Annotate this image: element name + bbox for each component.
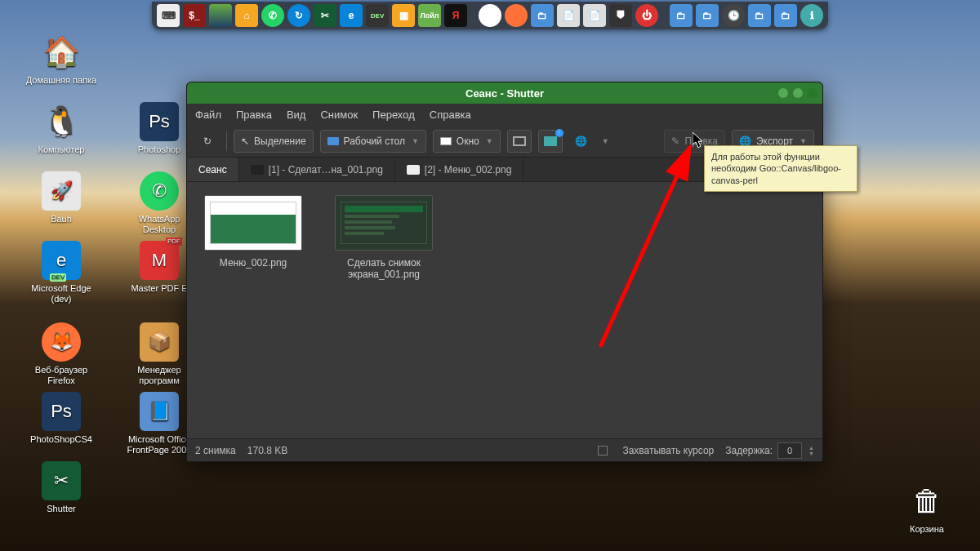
tooltip: Для работы этой функции необходим Goo::C… (704, 145, 858, 192)
window-icon (440, 137, 452, 145)
tab-thumb (251, 165, 264, 175)
desktop-pscs4[interactable]: Ps PhotoShopCS4 (24, 392, 98, 445)
dock-item[interactable]: 🕒 (722, 4, 745, 27)
close-button[interactable] (808, 88, 817, 98)
content-area: Меню_002.png Сделать снимок экрана_001.p… (187, 182, 822, 438)
dock-item[interactable]: DEV (366, 4, 389, 27)
dock-item[interactable]: ✆ (261, 4, 284, 27)
desktop-frontpage[interactable]: 📘 Microsoft Office FrontPage 2003 (122, 392, 196, 455)
minimize-button[interactable] (778, 88, 788, 98)
desktop-computer[interactable]: 🐧 Компьютер (24, 102, 98, 155)
desktop-trash[interactable]: 🗑 Корзина (890, 482, 964, 535)
dock-item[interactable]: ❤ (479, 4, 501, 27)
dock-item[interactable]: 🗀 (531, 4, 554, 27)
dock-item[interactable]: 🗀 (670, 4, 693, 27)
window-title: Сеанс - Shutter (466, 87, 544, 100)
desktop-manager[interactable]: 📦 Менеджер программ (122, 322, 196, 386)
capture-cursor-label: Захватывать курсор (622, 445, 714, 456)
dock-item[interactable]: 🗀 (696, 4, 719, 27)
dock-item[interactable]: 📄 (557, 4, 580, 27)
menu-capture-button[interactable]: ! (538, 130, 563, 153)
status-size: 170.8 KB (247, 445, 287, 456)
edit-icon: ✎ (671, 136, 679, 147)
menu-file[interactable]: Файл (195, 109, 221, 121)
desktop-bauh[interactable]: 🚀 Bauh (24, 171, 98, 224)
desktop-photoshop[interactable]: Ps Photoshop (122, 102, 196, 155)
desktop-button[interactable]: Рабочий стол ▼ (320, 130, 426, 153)
desktop-masterpdf[interactable]: MPDF Master PDF E (122, 241, 196, 294)
dock-item[interactable]: $_ (183, 4, 206, 27)
label: Домашняя папка (26, 75, 96, 85)
desktop-home[interactable]: 🏠 Домашняя папка (24, 33, 98, 86)
top-dock: ⌨ $_ ⌂ ✆ ↻ ✂ e DEV ▦ Лойл Я ❤ 🗀 📄 📄 ⛊ ⏻ … (152, 2, 828, 29)
capture-cursor-checkbox[interactable] (598, 446, 608, 455)
label: PhotoShopCS4 (30, 434, 92, 444)
dock-item[interactable] (209, 4, 232, 27)
delay-stepper[interactable]: ▲▼ (808, 445, 814, 456)
dock-item[interactable]: Лойл (418, 4, 441, 27)
thumbnail-item[interactable]: Меню_002.png (200, 195, 306, 269)
tab-1[interactable]: [1] - Сделат…на_001.png (239, 158, 395, 181)
maximize-button[interactable] (793, 88, 803, 98)
dock-item[interactable] (505, 4, 528, 27)
menu-help[interactable]: Справка (430, 109, 471, 121)
label: Master PDF E (131, 283, 187, 293)
web-button[interactable]: 🌐 (569, 130, 594, 153)
chevron-down-icon: ▼ (800, 137, 807, 145)
menu-shot[interactable]: Снимок (320, 109, 358, 121)
label: Photoshop (138, 144, 181, 154)
selection-button[interactable]: ↖ Выделение (234, 130, 314, 153)
fullscreen-button[interactable] (507, 130, 532, 153)
thumbnail-caption: Сделать снимок экрана_001.png (347, 257, 421, 280)
thumbnail-caption: Меню_002.png (220, 257, 287, 269)
status-count: 2 снимка (195, 445, 236, 456)
menubar: Файл Правка Вид Снимок Переход Справка (187, 104, 822, 125)
screen-icon (513, 136, 526, 146)
delay-label: Задержка: (725, 445, 773, 456)
menu-icon (544, 136, 557, 146)
desktop-whatsapp[interactable]: ✆ WhatsApp Desktop (122, 171, 196, 235)
menu-view[interactable]: Вид (287, 109, 306, 121)
dock-item[interactable]: ⏻ (635, 4, 658, 27)
dock-item[interactable] (662, 4, 666, 27)
mouse-cursor (693, 132, 704, 149)
desktop-firefox[interactable]: 🦊 Веб-браузер Firefox (24, 322, 98, 386)
dock-item[interactable] (470, 4, 475, 27)
dock-item[interactable]: 🗀 (774, 4, 797, 27)
label: Microsoft Office FrontPage 2003 (127, 434, 192, 455)
label: Веб-браузер Firefox (35, 365, 87, 385)
desktop-edge[interactable]: eDEV Microsoft Edge (dev) (24, 241, 98, 304)
window-button[interactable]: Окно ▼ (433, 130, 501, 153)
chevron-down-icon[interactable]: ▼ (602, 137, 609, 145)
label: Microsoft Edge (dev) (31, 283, 91, 304)
thumbnail-icon (204, 195, 302, 251)
dock-item[interactable]: ✂ (314, 4, 336, 27)
titlebar[interactable]: Сеанс - Shutter (187, 82, 822, 104)
dock-item[interactable]: 📄 (583, 4, 606, 27)
label: Shutter (47, 504, 75, 513)
redo-button[interactable]: ↻ (195, 130, 220, 153)
menu-edit[interactable]: Правка (236, 109, 272, 121)
dock-item[interactable]: Я (444, 4, 467, 27)
dock-item[interactable]: ℹ (800, 4, 823, 27)
dock-item[interactable]: ⛊ (609, 4, 632, 27)
label: Bauh (51, 214, 72, 224)
dock-item[interactable]: ⌂ (235, 4, 258, 27)
delay-input[interactable]: 0 (777, 442, 802, 459)
dock-item[interactable]: ⌨ (157, 4, 180, 27)
tab-2[interactable]: [2] - Меню_002.png (395, 158, 524, 181)
dock-item[interactable]: ▦ (392, 4, 415, 27)
menu-go[interactable]: Переход (372, 109, 415, 121)
shutter-window: Сеанс - Shutter Файл Правка Вид Снимок П… (186, 82, 823, 462)
dock-item[interactable]: ↻ (287, 4, 310, 27)
desktop-icon-glyph (327, 137, 339, 145)
thumbnail-item[interactable]: Сделать снимок экрана_001.png (331, 195, 437, 280)
desktop-shutter[interactable]: ✂ Shutter (24, 461, 98, 514)
thumbnail-icon (335, 195, 433, 251)
label: WhatsApp Desktop (139, 214, 180, 234)
tab-session[interactable]: Сеанс (187, 158, 239, 181)
tab-thumb (407, 165, 420, 175)
dock-item[interactable]: 🗀 (748, 4, 771, 27)
dock-item[interactable]: e (340, 4, 363, 27)
statusbar: 2 снимка 170.8 KB Захватывать курсор Зад… (187, 438, 822, 461)
